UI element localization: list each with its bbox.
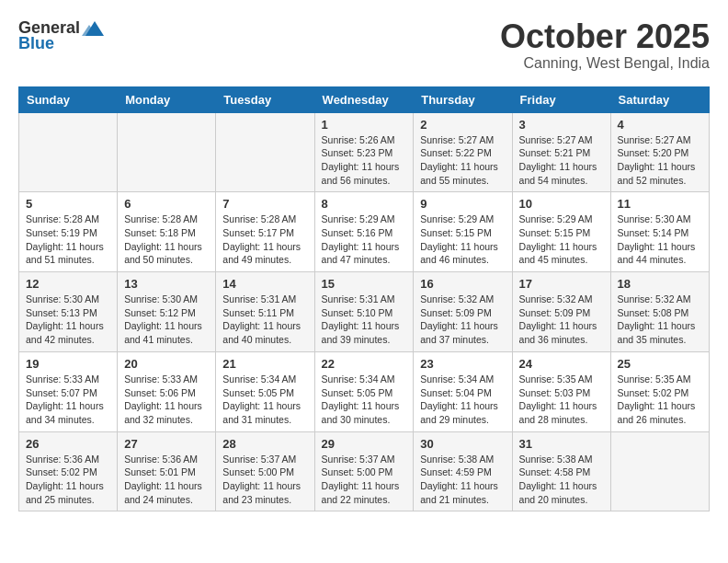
day-number: 27 <box>124 437 209 451</box>
calendar-cell: 7Sunrise: 5:28 AMSunset: 5:17 PMDaylight… <box>216 192 314 272</box>
day-number: 21 <box>222 357 307 371</box>
calendar-week-row: 5Sunrise: 5:28 AMSunset: 5:19 PMDaylight… <box>19 192 710 272</box>
day-info: Sunrise: 5:31 AMSunset: 5:10 PMDaylight:… <box>322 293 407 347</box>
day-number: 19 <box>26 357 110 371</box>
calendar-cell <box>216 112 314 192</box>
calendar-cell: 9Sunrise: 5:29 AMSunset: 5:15 PMDaylight… <box>414 192 512 272</box>
calendar-cell: 21Sunrise: 5:34 AMSunset: 5:05 PMDayligh… <box>216 351 314 431</box>
day-number: 28 <box>222 437 307 451</box>
calendar-week-row: 26Sunrise: 5:36 AMSunset: 5:02 PMDayligh… <box>19 431 710 511</box>
calendar-cell: 28Sunrise: 5:37 AMSunset: 5:00 PMDayligh… <box>216 431 314 511</box>
day-number: 9 <box>420 197 505 211</box>
calendar-header-wednesday: Wednesday <box>314 86 414 112</box>
calendar-header-sunday: Sunday <box>19 86 118 112</box>
calendar-cell: 10Sunrise: 5:29 AMSunset: 5:15 PMDayligh… <box>512 192 610 272</box>
calendar-header-tuesday: Tuesday <box>216 86 314 112</box>
day-info: Sunrise: 5:26 AMSunset: 5:23 PMDaylight:… <box>322 133 407 188</box>
calendar-cell: 6Sunrise: 5:28 AMSunset: 5:18 PMDaylight… <box>118 192 216 272</box>
day-number: 5 <box>26 197 110 211</box>
day-number: 6 <box>124 197 209 211</box>
day-info: Sunrise: 5:32 AMSunset: 5:09 PMDaylight:… <box>519 293 604 347</box>
day-info: Sunrise: 5:27 AMSunset: 5:21 PMDaylight:… <box>519 133 604 188</box>
day-info: Sunrise: 5:37 AMSunset: 5:00 PMDaylight:… <box>322 453 407 507</box>
calendar-header-thursday: Thursday <box>414 86 512 112</box>
day-info: Sunrise: 5:36 AMSunset: 5:01 PMDaylight:… <box>124 453 209 507</box>
day-info: Sunrise: 5:27 AMSunset: 5:22 PMDaylight:… <box>420 133 505 188</box>
calendar-cell: 22Sunrise: 5:34 AMSunset: 5:05 PMDayligh… <box>314 351 414 431</box>
day-number: 14 <box>222 277 307 291</box>
logo: General Blue <box>18 18 104 53</box>
calendar-cell: 26Sunrise: 5:36 AMSunset: 5:02 PMDayligh… <box>19 431 118 511</box>
day-info: Sunrise: 5:35 AMSunset: 5:03 PMDaylight:… <box>519 373 604 427</box>
day-info: Sunrise: 5:31 AMSunset: 5:11 PMDaylight:… <box>222 293 307 347</box>
day-number: 12 <box>26 277 110 291</box>
day-info: Sunrise: 5:36 AMSunset: 5:02 PMDaylight:… <box>26 453 110 507</box>
day-number: 23 <box>420 357 505 371</box>
calendar-cell: 24Sunrise: 5:35 AMSunset: 5:03 PMDayligh… <box>512 351 610 431</box>
day-info: Sunrise: 5:30 AMSunset: 5:12 PMDaylight:… <box>124 293 209 347</box>
day-info: Sunrise: 5:27 AMSunset: 5:20 PMDaylight:… <box>618 133 702 188</box>
calendar-cell: 4Sunrise: 5:27 AMSunset: 5:20 PMDaylight… <box>610 112 709 192</box>
day-number: 18 <box>618 277 702 291</box>
day-number: 7 <box>222 197 307 211</box>
calendar-header-row: SundayMondayTuesdayWednesdayThursdayFrid… <box>19 86 710 112</box>
logo-icon <box>82 19 104 38</box>
day-info: Sunrise: 5:34 AMSunset: 5:05 PMDaylight:… <box>322 373 407 427</box>
calendar-cell: 12Sunrise: 5:30 AMSunset: 5:13 PMDayligh… <box>19 272 118 352</box>
day-number: 16 <box>420 277 505 291</box>
day-info: Sunrise: 5:38 AMSunset: 4:59 PMDaylight:… <box>420 453 505 507</box>
calendar-cell: 19Sunrise: 5:33 AMSunset: 5:07 PMDayligh… <box>19 351 118 431</box>
day-number: 3 <box>519 118 604 132</box>
calendar-header-friday: Friday <box>512 86 610 112</box>
calendar-cell: 5Sunrise: 5:28 AMSunset: 5:19 PMDaylight… <box>19 192 118 272</box>
day-info: Sunrise: 5:34 AMSunset: 5:05 PMDaylight:… <box>222 373 307 427</box>
calendar-header-monday: Monday <box>118 86 216 112</box>
calendar-cell: 1Sunrise: 5:26 AMSunset: 5:23 PMDaylight… <box>314 112 414 192</box>
calendar-cell: 8Sunrise: 5:29 AMSunset: 5:16 PMDaylight… <box>314 192 414 272</box>
day-info: Sunrise: 5:30 AMSunset: 5:13 PMDaylight:… <box>26 293 110 347</box>
day-number: 17 <box>519 277 604 291</box>
day-number: 4 <box>618 118 702 132</box>
day-info: Sunrise: 5:29 AMSunset: 5:15 PMDaylight:… <box>519 213 604 267</box>
day-number: 22 <box>322 357 407 371</box>
day-info: Sunrise: 5:38 AMSunset: 4:58 PMDaylight:… <box>519 453 604 507</box>
day-number: 31 <box>519 437 604 451</box>
calendar-cell: 11Sunrise: 5:30 AMSunset: 5:14 PMDayligh… <box>610 192 709 272</box>
location: Canning, West Bengal, India <box>500 55 710 72</box>
page-header: General Blue October 2025 Canning, West … <box>18 18 710 72</box>
calendar-cell: 2Sunrise: 5:27 AMSunset: 5:22 PMDaylight… <box>414 112 512 192</box>
day-info: Sunrise: 5:34 AMSunset: 5:04 PMDaylight:… <box>420 373 505 427</box>
calendar-cell: 27Sunrise: 5:36 AMSunset: 5:01 PMDayligh… <box>118 431 216 511</box>
calendar-cell: 16Sunrise: 5:32 AMSunset: 5:09 PMDayligh… <box>414 272 512 352</box>
calendar-header-saturday: Saturday <box>610 86 709 112</box>
calendar-cell: 30Sunrise: 5:38 AMSunset: 4:59 PMDayligh… <box>414 431 512 511</box>
day-number: 11 <box>618 197 702 211</box>
calendar-table: SundayMondayTuesdayWednesdayThursdayFrid… <box>18 86 710 512</box>
day-info: Sunrise: 5:32 AMSunset: 5:09 PMDaylight:… <box>420 293 505 347</box>
logo-blue: Blue <box>18 34 54 53</box>
day-info: Sunrise: 5:28 AMSunset: 5:18 PMDaylight:… <box>124 213 209 267</box>
calendar-week-row: 12Sunrise: 5:30 AMSunset: 5:13 PMDayligh… <box>19 272 710 352</box>
calendar-cell: 3Sunrise: 5:27 AMSunset: 5:21 PMDaylight… <box>512 112 610 192</box>
month-title: October 2025 <box>500 18 710 55</box>
day-number: 8 <box>322 197 407 211</box>
calendar-cell: 29Sunrise: 5:37 AMSunset: 5:00 PMDayligh… <box>314 431 414 511</box>
calendar-cell: 17Sunrise: 5:32 AMSunset: 5:09 PMDayligh… <box>512 272 610 352</box>
calendar-cell: 23Sunrise: 5:34 AMSunset: 5:04 PMDayligh… <box>414 351 512 431</box>
day-number: 2 <box>420 118 505 132</box>
day-info: Sunrise: 5:35 AMSunset: 5:02 PMDaylight:… <box>618 373 702 427</box>
day-number: 1 <box>322 118 407 132</box>
calendar-cell: 31Sunrise: 5:38 AMSunset: 4:58 PMDayligh… <box>512 431 610 511</box>
calendar-week-row: 19Sunrise: 5:33 AMSunset: 5:07 PMDayligh… <box>19 351 710 431</box>
day-number: 24 <box>519 357 604 371</box>
day-number: 26 <box>26 437 110 451</box>
day-info: Sunrise: 5:29 AMSunset: 5:15 PMDaylight:… <box>420 213 505 267</box>
day-info: Sunrise: 5:29 AMSunset: 5:16 PMDaylight:… <box>322 213 407 267</box>
calendar-cell <box>19 112 118 192</box>
day-info: Sunrise: 5:37 AMSunset: 5:00 PMDaylight:… <box>222 453 307 507</box>
day-info: Sunrise: 5:28 AMSunset: 5:17 PMDaylight:… <box>222 213 307 267</box>
day-number: 25 <box>618 357 702 371</box>
day-number: 13 <box>124 277 209 291</box>
day-info: Sunrise: 5:32 AMSunset: 5:08 PMDaylight:… <box>618 293 702 347</box>
day-number: 29 <box>322 437 407 451</box>
